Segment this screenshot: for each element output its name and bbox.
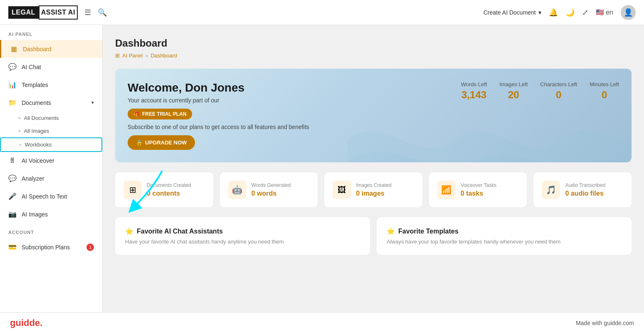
sidebar-item-ai-images[interactable]: 📷 AI Images — [0, 205, 102, 223]
topbar: LEGAL ASSIST AI ☰ 🔍 Create AI Document ▾… — [0, 0, 644, 25]
stat-words-value: 3,143 — [461, 89, 487, 101]
sidebar-item-ai-chat[interactable]: 💬 AI Chat — [0, 58, 102, 76]
sidebar-sub-all-documents[interactable]: » All Documents — [0, 112, 102, 124]
upgrade-label: UPGRADE NOW — [145, 139, 187, 146]
sidebar-item-label: AI Images — [22, 211, 48, 218]
sidebar-section-account: ACCOUNT — [0, 223, 102, 238]
bottom-card-templates: ⭐ Favorite Templates Always have your to… — [377, 217, 632, 255]
sidebar-item-label: Dashboard — [23, 46, 52, 52]
stat-chars-left: Characters Left 0 — [540, 81, 577, 101]
metric-documents: ⊞ Documents Created 0 contents — [115, 172, 213, 207]
sidebar-section-ai: AI PANEL — [0, 25, 102, 40]
stat-images-label: Images Left — [499, 81, 528, 87]
create-doc-label: Create AI Document — [484, 9, 536, 16]
metrics-row: ⊞ Documents Created 0 contents 🤖 Words G… — [115, 172, 632, 207]
fullscreen-icon[interactable]: ⤢ — [582, 8, 588, 17]
subscription-badge: 1 — [86, 244, 94, 251]
moon-icon[interactable]: 🌙 — [565, 8, 575, 17]
sidebar-item-label: Templates — [22, 82, 48, 88]
images-icon: 📷 — [8, 210, 17, 218]
sidebar-item-label: Analyzer — [22, 175, 44, 182]
speech-icon: 🎤 — [8, 192, 17, 200]
arrow-icon: » — [19, 142, 22, 147]
welcome-left: Welcome, Don Jones Your account is curre… — [128, 81, 309, 150]
bottom-bar: guidde. Made with guidde.com — [0, 312, 644, 333]
lock-icon: 🔒 — [136, 139, 143, 146]
sidebar-item-label: Documents — [22, 99, 51, 106]
assistants-subtitle: Have your favorite AI chat assitants han… — [125, 239, 360, 245]
stat-minutes-label: Minutes Left — [590, 81, 619, 87]
metric-audio-icon: 🎵 — [542, 181, 560, 199]
metric-audio-value: 0 audio files — [565, 190, 605, 197]
stat-images-value: 20 — [499, 89, 528, 101]
page-title: Dashboard — [115, 37, 632, 49]
sidebar-item-ai-voiceover[interactable]: 🎚 AI Voiceover — [0, 152, 102, 169]
metric-images-icon: 🖼 — [333, 181, 351, 199]
create-doc-button[interactable]: Create AI Document ▾ — [484, 9, 541, 16]
menu-icon[interactable]: ☰ — [84, 8, 91, 17]
sidebar-sub-workbooks[interactable]: » Workbooks — [0, 137, 102, 152]
arrow-icon: » — [18, 116, 21, 120]
stat-minutes-value: 0 — [590, 89, 619, 101]
stats-grid: Words Left 3,143 Images Left 20 Characte… — [461, 81, 619, 101]
chat-icon: 💬 — [8, 63, 17, 71]
metric-documents-value: 0 contents — [147, 190, 191, 197]
breadcrumb-panel[interactable]: AI Panel — [122, 52, 143, 59]
avatar[interactable]: 👤 — [621, 5, 636, 20]
free-trial-badge: 🎁 FREE TRIAL PLAN — [128, 109, 192, 119]
sidebar-item-analyzer[interactable]: 💬 Analyzer — [0, 169, 102, 187]
guidde-brand: guidde. — [10, 318, 42, 328]
voiceover-icon: 🎚 — [8, 157, 17, 164]
templates-title-text: Favorite Templates — [398, 228, 459, 235]
welcome-card: Welcome, Don Jones Your account is curre… — [115, 69, 632, 162]
sidebar-item-templates[interactable]: 📊 Templates — [0, 76, 102, 94]
search-icon[interactable]: 🔍 — [98, 8, 107, 17]
metric-words-label: Words Generated — [252, 182, 291, 188]
main-layout: AI PANEL ▦ Dashboard 💬 AI Chat 📊 Templat… — [0, 25, 644, 312]
metric-words-icon: 🤖 — [228, 181, 247, 199]
language-selector[interactable]: 🇺🇸 en — [596, 8, 613, 16]
analyzer-icon: 💬 — [8, 174, 17, 182]
metric-images-value: 0 images — [356, 190, 391, 197]
metric-documents-label: Documents Created — [147, 182, 191, 188]
dashboard-icon: ▦ — [10, 45, 18, 53]
stat-minutes-left: Minutes Left 0 — [590, 81, 619, 101]
assistants-title-text: Favorite AI Chat Assistants — [137, 228, 223, 235]
templates-icon: 📊 — [8, 81, 17, 89]
sidebar-sub-all-images[interactable]: » All Images — [0, 124, 102, 137]
logo-assist: ASSIST AI — [39, 5, 78, 20]
bell-icon[interactable]: 🔔 — [549, 8, 558, 17]
bottom-cards-row: ⭐ Favorite AI Chat Assistants Have your … — [115, 217, 632, 255]
logo-legal: LEGAL — [8, 6, 39, 19]
sidebar-item-ai-speech[interactable]: 🎤 AI Speech to Text — [0, 187, 102, 205]
star-icon: ⭐ — [125, 227, 133, 235]
upgrade-button[interactable]: 🔒 UPGRADE NOW — [128, 135, 195, 150]
sidebar-item-dashboard[interactable]: ▦ Dashboard — [0, 40, 102, 58]
templates-subtitle: Always have your top favorite templates … — [387, 239, 622, 245]
chevron-down-icon: ▾ — [538, 9, 541, 16]
breadcrumb-icon: ⊞ — [115, 52, 120, 59]
welcome-account-text: Your account is currently part of our — [128, 97, 309, 104]
metric-voiceover-value: 0 tasks — [461, 190, 497, 197]
arrow-icon: » — [18, 129, 21, 133]
stat-chars-value: 0 — [540, 89, 577, 101]
metric-documents-icon: ⊞ — [123, 181, 142, 199]
metric-words: 🤖 Words Generated 0 words — [220, 172, 318, 207]
content-area: Dashboard ⊞ AI Panel » Dashboard Welcome… — [103, 25, 644, 312]
all-images-label: All Images — [24, 128, 49, 134]
breadcrumb: ⊞ AI Panel » Dashboard — [115, 52, 632, 59]
metric-audio-label: Audio Transcribed — [565, 182, 605, 188]
star-icon-2: ⭐ — [387, 227, 395, 235]
stat-words-label: Words Left — [461, 81, 487, 87]
stat-chars-label: Characters Left — [540, 81, 577, 87]
sidebar-item-documents[interactable]: 📁 Documents ▾ — [0, 94, 102, 112]
sidebar-item-subscription[interactable]: 💳 Subscription Plans 1 — [0, 238, 102, 256]
sidebar: AI PANEL ▦ Dashboard 💬 AI Chat 📊 Templat… — [0, 25, 103, 312]
sidebar-item-label: AI Speech to Text — [22, 193, 67, 200]
sidebar-item-label: Subscription Plans — [22, 244, 70, 251]
plan-badge-label: FREE TRIAL PLAN — [142, 111, 186, 117]
subscription-icon: 💳 — [8, 243, 17, 251]
logo[interactable]: LEGAL ASSIST AI — [8, 5, 78, 20]
stat-images-left: Images Left 20 — [499, 81, 528, 101]
bottom-card-assistants: ⭐ Favorite AI Chat Assistants Have your … — [115, 217, 370, 255]
